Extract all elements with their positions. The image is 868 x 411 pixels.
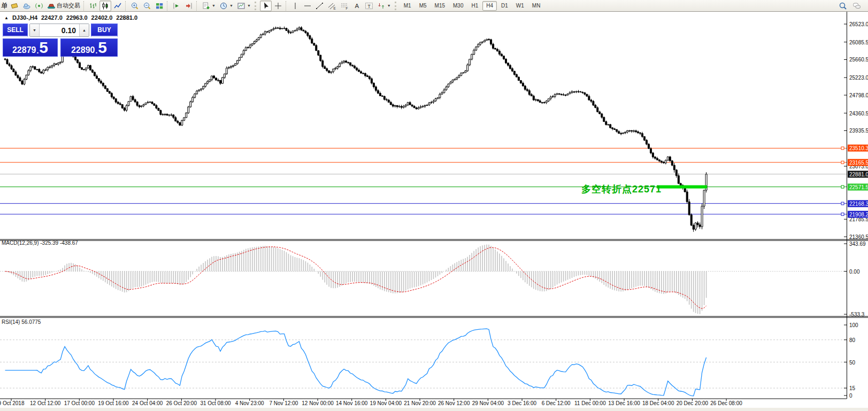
toolbar-right-buttons <box>837 1 867 11</box>
tile-windows-icon[interactable] <box>153 1 165 11</box>
arrows-icon[interactable]: ▼ <box>375 1 393 11</box>
window-bottom-edge <box>0 408 868 411</box>
level-drag-handle[interactable] <box>841 147 844 150</box>
timeframe-m5[interactable]: M5 <box>416 1 431 11</box>
time-axis-label: 13 Dec 16:00 <box>608 400 640 406</box>
line-chart-icon[interactable] <box>112 1 124 11</box>
macd-tick-label: -533.3 <box>849 312 864 317</box>
crosshair-icon[interactable] <box>272 1 284 11</box>
time-axis-label: 11 Dec 00:00 <box>574 400 606 406</box>
trendline-icon[interactable] <box>314 1 326 11</box>
level-drag-handle[interactable] <box>841 213 844 215</box>
bear-candles <box>4 28 701 229</box>
buy-price-display[interactable]: 22890.5 <box>60 38 118 57</box>
time-axis-label: 26 Nov 12:00 <box>438 400 470 406</box>
cursor-icon[interactable] <box>260 1 272 11</box>
dropdown-arrow-icon[interactable]: ▼ <box>387 4 391 7</box>
lot-decrease-button[interactable]: ▼ <box>30 24 40 36</box>
collapse-icon[interactable]: ▲ <box>4 15 9 20</box>
bar-chart-icon[interactable] <box>87 1 99 11</box>
timeframe-w1[interactable]: W1 <box>512 1 528 11</box>
svg-text:T: T <box>367 3 370 9</box>
text-icon[interactable]: A <box>351 1 363 11</box>
timeframe-h1[interactable]: H1 <box>467 1 482 11</box>
signals-icon[interactable] <box>33 1 45 11</box>
periods-icon[interactable]: ▼ <box>218 1 235 11</box>
cloud-profile-icon[interactable] <box>21 1 33 11</box>
dropdown-arrow-icon[interactable]: ▼ <box>212 4 216 7</box>
template-glyph <box>237 2 245 10</box>
time-axis-label: 19 Oct 16:00 <box>98 400 128 406</box>
lot-increase-button[interactable]: ▲ <box>79 24 89 36</box>
timeframe-m1[interactable]: M1 <box>400 1 415 11</box>
timeframe-m30[interactable]: M30 <box>449 1 467 11</box>
bars-glyph <box>89 2 97 10</box>
labelT-glyph: T <box>365 2 373 10</box>
candlestick-chart-icon[interactable] <box>99 1 111 11</box>
svg-text:A: A <box>355 3 359 9</box>
chat-icon[interactable] <box>851 1 863 11</box>
macd-signal-line <box>5 247 706 309</box>
macd-tick-label: 343.69 <box>849 241 866 247</box>
chart-canvas[interactable] <box>0 0 868 411</box>
price-tick-label: 24360.5 <box>849 110 868 116</box>
level-drag-handle[interactable] <box>841 185 844 188</box>
time-axis-label: 31 Oct 08:00 <box>200 400 231 406</box>
time-axis-label: 6 Dec 12:00 <box>542 400 571 406</box>
time-axis-label: 17 Oct 00:00 <box>64 400 95 406</box>
price-level-label: 22881.0 <box>848 170 868 177</box>
sell-price-display[interactable]: 22879.5 <box>3 38 58 57</box>
pivot-highlight-segment[interactable] <box>657 185 707 189</box>
equidistant-channel-icon[interactable]: E <box>326 1 338 11</box>
arrows-glyph <box>377 2 386 10</box>
toolbar-separator <box>167 1 169 11</box>
price-level-label: 22571.5 <box>848 183 868 190</box>
buy-price-pips: 5 <box>98 40 107 55</box>
pivot-annotation-text: 多空转折点22571 <box>581 183 662 196</box>
new-order-icon[interactable] <box>9 1 20 11</box>
rsi-label: RSI(14) 56.0775 <box>2 319 41 325</box>
vertical-line-icon[interactable] <box>289 1 301 11</box>
search-icon[interactable] <box>837 1 849 11</box>
level-drag-handle[interactable] <box>841 202 844 205</box>
timeframe-mn[interactable]: MN <box>528 1 544 11</box>
text-label-icon[interactable]: T <box>363 1 375 11</box>
price-level-label: 22168.3 <box>848 200 868 207</box>
zoomout-glyph <box>143 2 151 10</box>
zoom-out-icon[interactable] <box>141 1 153 11</box>
time-axis-label: 26 Dec 08:00 <box>710 400 742 406</box>
low-value: 22402.0 <box>91 14 113 21</box>
auto-trading-button[interactable]: 自动交易 <box>45 1 82 11</box>
sell-price-dot: . <box>36 46 39 55</box>
tile-glyph <box>155 2 164 10</box>
sell-price-main: 22879 <box>12 45 36 55</box>
channel-glyph: E <box>328 2 336 10</box>
high-value: 22963.0 <box>66 14 88 21</box>
buy-button[interactable]: BUY <box>91 24 118 37</box>
toolbar-separator <box>125 1 127 11</box>
price-level-label: 21908.2 <box>848 211 868 218</box>
timeframe-d1[interactable]: D1 <box>497 1 512 11</box>
new-chart-icon[interactable]: ▼ <box>200 1 217 11</box>
dropdown-arrow-icon[interactable]: ▼ <box>229 4 233 7</box>
vline-glyph <box>291 2 299 10</box>
timeframe-m15[interactable]: M15 <box>431 1 449 11</box>
lot-size-input[interactable]: 0.10 <box>40 24 79 36</box>
fibonacci-icon[interactable]: F <box>339 1 350 11</box>
dropdown-arrow-icon[interactable]: ▼ <box>247 4 251 7</box>
time-axis-label: 9 Oct 2018 <box>0 400 24 406</box>
macd-tick-label: 0.00 <box>849 268 859 274</box>
auto-scroll-icon[interactable] <box>183 1 195 11</box>
chart-shift-icon[interactable] <box>171 1 182 11</box>
clipped-menu-text: 单 <box>1 1 7 11</box>
horizontal-line-icon[interactable] <box>302 1 313 11</box>
timeframe-h4[interactable]: H4 <box>482 1 497 11</box>
level-drag-handle[interactable] <box>841 161 844 164</box>
sell-button[interactable]: SELL <box>3 24 28 37</box>
templates-icon[interactable]: ▼ <box>235 1 252 11</box>
svg-text:F: F <box>345 6 348 10</box>
zoom-in-icon[interactable] <box>129 1 141 11</box>
buy-price-dot: . <box>95 46 97 55</box>
candles-glyph <box>101 2 110 10</box>
fibo-glyph: F <box>340 2 349 10</box>
